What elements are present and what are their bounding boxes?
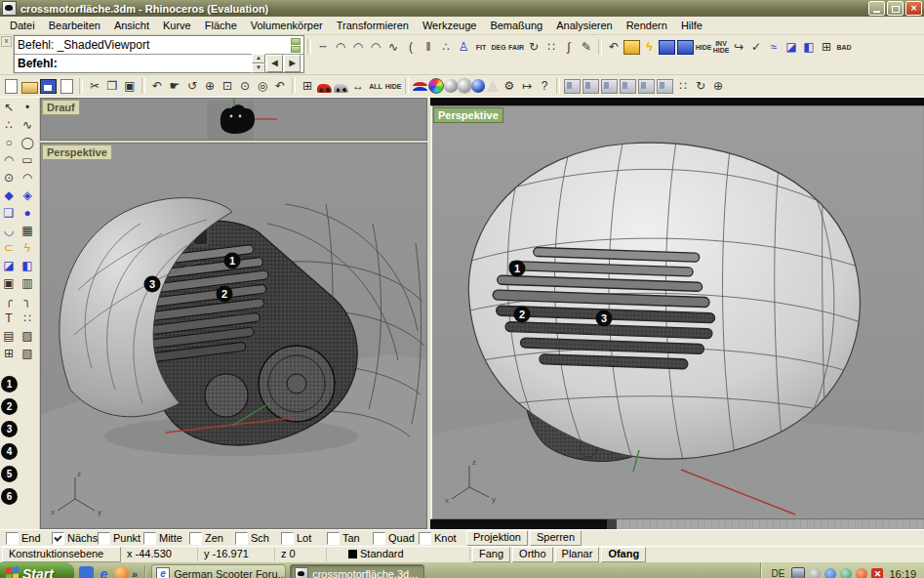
command-scroll-left-button[interactable]: ◀ [266,55,283,72]
check-objects-icon[interactable]: ✓ [747,38,765,56]
projektion-button[interactable]: Projektion [466,530,528,546]
perspective-left-scene[interactable]: 1 2 3 z x y [41,144,426,528]
new-file-icon[interactable] [5,79,18,94]
task-browser[interactable]: German Scooter Foru... [151,564,286,578]
menu-werkzeuge[interactable]: Werkzeuge [416,18,483,33]
trim-icon[interactable]: ◪ [0,257,18,274]
split-icon[interactable]: ◧ [800,38,818,56]
sperren-button[interactable]: Sperren [530,530,582,546]
save-icon[interactable] [40,79,57,94]
four-viewports-icon[interactable]: ⊞ [299,77,316,95]
restore-button[interactable] [887,1,904,16]
crosshair-icon[interactable]: ⊕ [709,77,727,95]
render-preview-icon[interactable] [334,84,348,93]
media-player-icon[interactable] [114,566,129,578]
surface-icon[interactable]: ◆ [0,186,18,204]
zoom-selected-icon[interactable]: ◎ [254,77,271,95]
command-prompt[interactable]: Befehl: [18,57,58,70]
curve-loop-icon[interactable]: ↻ [692,77,709,95]
command-scroll-right-button[interactable]: ▶ [284,55,301,72]
cplane-button[interactable]: Konstruktionsebene [2,547,121,562]
menu-transformieren[interactable]: Transformieren [330,18,416,33]
top-view-scene[interactable] [41,99,426,140]
fit-curve-icon[interactable]: FIT [472,38,490,56]
arc-icon[interactable]: ◠ [0,151,18,169]
rebuild-curve-icon[interactable]: ↻ [525,38,542,56]
internet-explorer-icon[interactable]: e [97,566,111,578]
layer-panel-icon[interactable] [677,40,694,55]
select-arrow-icon[interactable]: ↖ [0,99,18,116]
dimension-icon[interactable]: ↦ [518,77,536,95]
adjust-arc-icon[interactable]: ◠ [367,38,384,56]
settings-tray-icon[interactable] [809,568,821,578]
alert-tray-icon[interactable]: ✕ [871,568,883,578]
osnap-mitte[interactable]: Mitte [143,532,189,545]
zoom-window-icon[interactable]: ⊡ [219,77,236,95]
perspective-right-scene[interactable]: 1 2 3 z x y [432,106,923,518]
numbered-button-6[interactable]: 6 [1,488,18,505]
cplane-tool-icon-5[interactable] [638,79,655,94]
numbered-button-3[interactable]: 3 [1,421,18,437]
menu-ansicht[interactable]: Ansicht [107,18,156,33]
arc-center-icon[interactable]: ◠ [19,169,36,186]
cplane-tool-icon-2[interactable] [583,79,599,94]
command-spinner[interactable]: ▲▼ [252,54,265,73]
box-icon[interactable]: ❑ [0,204,18,222]
viewport-perspective-left[interactable]: Perspektive [40,143,427,529]
viewport-top[interactable]: Drauf [40,98,427,141]
sphere-icon[interactable]: ● [19,204,36,222]
download-manager-icon[interactable] [856,568,867,578]
hide-icon[interactable]: HIDE [384,77,402,95]
fang-toggle[interactable]: Fang [472,547,510,562]
undo-view-icon[interactable]: ↶ [271,77,289,95]
paste-icon[interactable]: ▣ [121,77,139,95]
point-icon[interactable]: • [19,99,36,116]
numbered-button-2[interactable]: 2 [1,398,18,415]
hide-objects-icon[interactable]: HIDE [695,38,712,56]
rectangle-icon[interactable]: ▭ [19,151,36,169]
change-degree-icon[interactable]: DEG [490,38,507,56]
split-icon[interactable]: ◧ [19,257,36,274]
menu-analysieren[interactable]: Analysieren [549,18,619,33]
arc-icon[interactable]: ◠ [349,38,367,56]
menu-bemassung[interactable]: Bemaßung [483,18,549,33]
fillet-icon[interactable]: ╭ [0,292,18,310]
rotate-view-icon[interactable]: ↺ [183,77,201,95]
layers-icon[interactable]: ▤ [0,327,18,345]
close-button[interactable]: ✕ [905,1,922,16]
ellipse-icon[interactable]: ◯ [19,134,36,151]
language-indicator[interactable]: DE [769,567,788,578]
numbered-button-1[interactable]: 1 [1,376,18,392]
solid-tools-icon[interactable]: ◡ [0,222,18,239]
properties-panel-icon[interactable] [659,40,675,55]
zoom-dynamic-icon[interactable]: ⊙ [236,77,254,95]
osnap-zen[interactable]: Zen [189,532,235,545]
surface-loft-icon[interactable]: ◈ [19,186,36,204]
command-box[interactable]: Befehl: _ShadedViewport Befehl: ▲▼ ◀ ▶ [14,35,304,73]
osnap-sch[interactable]: Sch [235,532,281,545]
drag-handle-icon[interactable]: ♙ [455,38,472,56]
numbered-button-5[interactable]: 5 [1,466,18,482]
blend-arc-icon[interactable]: ◠ [332,38,349,56]
task-rhino[interactable]: crossmotorfläche.3d... [290,564,424,578]
help-icon[interactable]: ? [536,77,553,95]
planar-toggle[interactable]: Planar [555,547,600,562]
dashed-line-icon[interactable]: ╌ [314,38,332,56]
start-button[interactable]: Start [0,562,74,578]
rhino-logo-icon[interactable] [413,80,427,93]
cut-icon[interactable]: ✂ [86,77,103,95]
viewport-left-label[interactable]: Perspektive [42,144,112,160]
volume-icon[interactable] [791,567,805,578]
copy-icon[interactable]: ❐ [103,77,121,95]
network-icon[interactable] [840,568,852,578]
curvature-icon[interactable]: ∫ [560,38,578,56]
cplane-tool-icon-3[interactable] [601,79,618,94]
cplane-tool-icon-6[interactable] [657,79,673,94]
menu-volumenkoerper[interactable]: Volumenkörper [244,18,330,33]
osnap-naechst[interactable]: Nächst [52,532,98,545]
select-yellow-icon[interactable] [623,40,640,55]
text-tool-icon[interactable]: T [0,310,18,327]
points-grid-icon[interactable]: ∷ [19,310,36,327]
viewport-right-label[interactable]: Perspektive [433,107,503,123]
cplane-tool-icon-1[interactable] [564,79,581,94]
